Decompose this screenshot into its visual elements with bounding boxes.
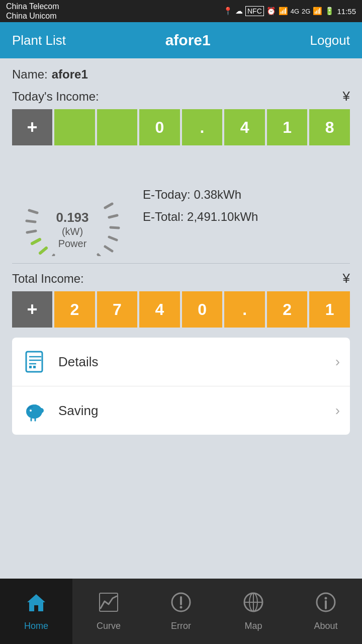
nav-item-about[interactable]: About <box>290 579 362 644</box>
svg-text:Power: Power <box>58 238 87 249</box>
home-icon <box>25 591 47 618</box>
e-today: E-Today: 0.38kWh <box>143 188 258 202</box>
svg-text:0.193: 0.193 <box>56 210 88 225</box>
battery-icon: 🔋 <box>325 7 334 16</box>
carrier1: China Telecom <box>6 2 59 11</box>
status-icons: 📍 ☁ NFC ⏰ 📶 4G 2G 📶 🔋 11:55 <box>223 6 356 16</box>
name-label: Name: <box>12 67 48 82</box>
wifi-icon: 📶 <box>279 7 288 16</box>
svg-point-32 <box>30 410 32 412</box>
total-income-header: Total Income: ¥ <box>12 271 350 286</box>
alarm-icon: ⏰ <box>266 7 276 16</box>
page-title: afore1 <box>165 32 211 49</box>
digit-1 <box>54 109 95 145</box>
svg-text:(kW): (kW) <box>62 226 83 237</box>
nav-home-label: Home <box>24 621 48 631</box>
svg-line-13 <box>111 227 119 228</box>
svg-point-37 <box>180 606 183 609</box>
nfc-label: NFC <box>245 6 264 16</box>
power-gauge-section: // Will be rendered via inline SVG below <box>0 150 362 261</box>
digit-3: 0 <box>139 109 180 145</box>
plant-list-button[interactable]: Plant List <box>12 33 66 48</box>
nav-error-label: Error <box>171 621 191 631</box>
tdigit-6: 1 <box>309 291 350 328</box>
tdigit-5: 2 <box>267 291 308 328</box>
e-total: E-Total: 2,491.10kWh <box>143 210 258 224</box>
energy-info: E-Today: 0.38kWh E-Total: 2,491.10kWh <box>143 188 258 224</box>
curve-icon <box>98 591 120 618</box>
nav-item-home[interactable]: Home <box>0 579 72 644</box>
bottom-navigation: Home Curve Error <box>0 579 362 644</box>
svg-point-43 <box>325 597 327 600</box>
svg-rect-29 <box>33 405 37 407</box>
total-income-label: Total Income: <box>12 272 84 286</box>
total-income-plus[interactable]: + <box>12 291 52 328</box>
svg-point-28 <box>39 408 44 413</box>
svg-line-14 <box>109 215 117 217</box>
saving-menu-item[interactable]: Saving › <box>12 386 350 435</box>
details-icon <box>22 349 48 375</box>
svg-rect-34 <box>100 593 118 611</box>
svg-rect-25 <box>29 366 32 368</box>
svg-line-17 <box>32 239 40 244</box>
saving-chevron-icon: › <box>335 403 340 419</box>
total-income-currency: ¥ <box>343 271 350 286</box>
nav-item-map[interactable]: Map <box>217 579 290 644</box>
tdigit-3: 4 <box>139 291 180 328</box>
tdigit-2: 7 <box>97 291 138 328</box>
about-icon <box>315 591 337 618</box>
cloud-icon: ☁ <box>235 7 243 16</box>
carrier2: China Unicom <box>6 11 59 21</box>
svg-line-16 <box>40 248 46 253</box>
status-bar: China Telecom China Unicom 📍 ☁ NFC ⏰ 📶 4… <box>0 0 362 22</box>
error-icon <box>170 591 192 618</box>
digit-5: 1 <box>267 109 308 145</box>
svg-line-11 <box>105 247 112 251</box>
tdigit-4: 0 <box>182 291 223 328</box>
total-income-digits: + 2 7 4 0 . 2 1 <box>12 291 350 328</box>
nav-item-error[interactable]: Error <box>145 579 217 644</box>
gauge-visual: 0.193 (kW) Power <box>12 155 133 256</box>
gauge-container: // Will be rendered via inline SVG below <box>12 155 133 256</box>
digit-6: 8 <box>309 109 350 145</box>
signal-bars-icon: 📶 <box>313 7 322 16</box>
total-income-section: Total Income: ¥ + 2 7 4 0 . 2 1 <box>0 266 362 333</box>
digit-2 <box>97 109 138 145</box>
top-navigation-bar: Plant List afore1 Logout <box>0 22 362 58</box>
nav-item-curve[interactable]: Curve <box>72 579 145 644</box>
svg-line-5 <box>50 255 54 256</box>
map-icon <box>242 591 264 618</box>
today-income-currency: ¥ <box>343 89 350 104</box>
logout-button[interactable]: Logout <box>310 33 350 48</box>
details-chevron-icon: › <box>335 354 340 370</box>
today-income-header: Today's Income: ¥ <box>12 89 350 104</box>
svg-marker-33 <box>27 594 45 611</box>
saving-icon <box>22 397 48 424</box>
svg-line-15 <box>105 204 112 208</box>
carrier-info: China Telecom China Unicom <box>6 2 59 21</box>
today-income-digits: + 0 . 4 1 8 <box>12 109 350 145</box>
details-label: Details <box>58 354 335 370</box>
nav-about-label: About <box>314 621 337 631</box>
location-icon: 📍 <box>223 7 233 16</box>
today-income-section: Today's Income: ¥ + 0 . 4 1 8 <box>0 87 362 150</box>
today-income-plus[interactable]: + <box>12 109 52 145</box>
svg-line-10 <box>98 255 104 256</box>
saving-label: Saving <box>58 403 335 419</box>
nav-curve-label: Curve <box>97 621 121 631</box>
svg-rect-26 <box>33 366 36 368</box>
details-menu-item[interactable]: Details › <box>12 338 350 386</box>
svg-line-1 <box>27 221 35 222</box>
svg-line-0 <box>29 210 37 213</box>
digit-4: 4 <box>224 109 265 145</box>
svg-line-2 <box>27 231 36 232</box>
name-section: Name: afore1 <box>0 58 362 87</box>
today-income-label: Today's Income: <box>12 90 99 104</box>
time-display: 11:55 <box>337 7 356 16</box>
main-content: Name: afore1 Today's Income: ¥ + 0 . 4 1… <box>0 58 362 579</box>
menu-card: Details › Saving › <box>12 338 350 435</box>
svg-rect-21 <box>26 352 42 372</box>
digit-dot: . <box>182 109 223 145</box>
tdigit-1: 2 <box>54 291 95 328</box>
nav-map-label: Map <box>244 621 262 631</box>
